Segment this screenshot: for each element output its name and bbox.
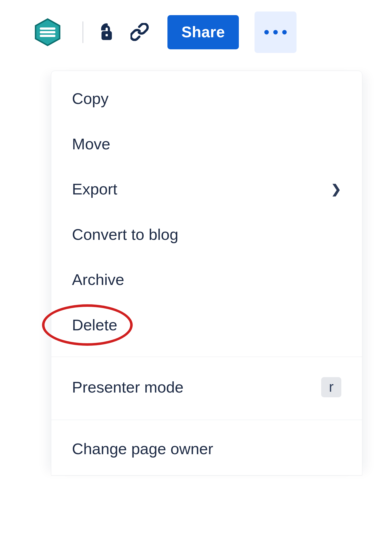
- unlock-icon: [97, 23, 116, 41]
- menu-section-1: Copy Move Export ❯ Convert to blog Archi…: [51, 71, 362, 348]
- menu-item-label: Move: [72, 135, 110, 153]
- menu-item-label: Change page owner: [72, 440, 213, 458]
- svg-rect-5: [106, 34, 108, 36]
- menu-item-copy[interactable]: Copy: [51, 76, 362, 121]
- share-button[interactable]: Share: [167, 15, 239, 49]
- menu-item-move[interactable]: Move: [51, 121, 362, 167]
- menu-separator: [51, 420, 362, 420]
- menu-item-label: Presenter mode: [72, 379, 183, 396]
- menu-item-label: Export: [72, 180, 117, 198]
- menu-item-label: Archive: [72, 271, 124, 288]
- more-actions-button[interactable]: [255, 11, 297, 53]
- menu-item-delete[interactable]: Delete: [51, 302, 362, 348]
- menu-item-presenter-mode[interactable]: Presenter mode r: [51, 363, 362, 411]
- chevron-right-icon: ❯: [331, 182, 341, 196]
- menu-separator: [51, 357, 362, 357]
- more-actions-menu: Copy Move Export ❯ Convert to blog Archi…: [51, 71, 362, 475]
- link-icon: [130, 23, 149, 41]
- more-icon: [264, 30, 287, 34]
- menu-item-export[interactable]: Export ❯: [51, 166, 362, 212]
- share-button-label: Share: [181, 23, 225, 41]
- copy-link-button[interactable]: [127, 20, 152, 45]
- hexagon-logo-icon: [34, 18, 62, 46]
- menu-item-archive[interactable]: Archive: [51, 257, 362, 302]
- menu-item-label: Convert to blog: [72, 226, 178, 243]
- menu-item-label: Delete: [72, 316, 117, 334]
- menu-item-change-page-owner[interactable]: Change page owner: [51, 426, 362, 475]
- menu-item-convert-to-blog[interactable]: Convert to blog: [51, 212, 362, 257]
- toolbar-divider: [82, 21, 83, 43]
- menu-item-label: Copy: [72, 90, 109, 107]
- app-window: Share Copy Move Export ❯ Convert to blog: [0, 0, 392, 536]
- restrictions-button[interactable]: [94, 20, 119, 45]
- page-toolbar: Share: [0, 13, 392, 52]
- keyboard-shortcut-badge: r: [321, 377, 341, 397]
- app-logo[interactable]: [34, 18, 62, 46]
